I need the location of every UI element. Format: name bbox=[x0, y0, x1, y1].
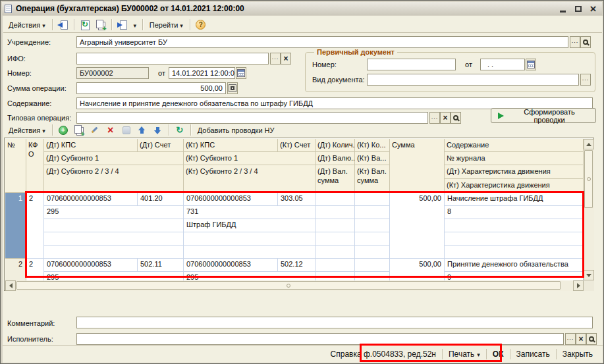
vertical-scrollbar[interactable] bbox=[584, 139, 594, 280]
cell-kt-currency[interactable] bbox=[355, 272, 390, 280]
post-document-button[interactable] bbox=[115, 18, 130, 32]
close-button[interactable] bbox=[587, 3, 599, 14]
close-form-button[interactable]: Закрыть bbox=[558, 348, 597, 360]
add-nu-postings-button[interactable]: Добавить проводки НУ bbox=[194, 125, 278, 136]
scroll-left-button[interactable] bbox=[5, 280, 16, 291]
cell-kt-currency[interactable] bbox=[355, 206, 390, 219]
cell-kt-kps[interactable]: 0706000000000853 bbox=[184, 193, 278, 206]
cell-journal[interactable]: 8 bbox=[445, 206, 584, 219]
cell-kfo[interactable]: 2 bbox=[26, 193, 44, 259]
primary-doc-calendar-button[interactable] bbox=[526, 59, 536, 70]
grid-cell[interactable] bbox=[355, 219, 390, 232]
cell-kt-subconto2[interactable]: Штраф ГИБДД bbox=[184, 219, 316, 232]
cell-dt-quantity[interactable] bbox=[316, 259, 355, 272]
cell-summa[interactable]: 500,00 bbox=[390, 259, 445, 280]
cell-dt-subconto2[interactable] bbox=[44, 219, 184, 232]
cell-dt-quantity[interactable] bbox=[316, 193, 355, 206]
save-and-close-button[interactable] bbox=[56, 18, 70, 32]
move-up-button[interactable] bbox=[135, 124, 150, 137]
institution-open-button[interactable] bbox=[580, 36, 591, 48]
report-f0504833-button[interactable]: Справка ф.0504833, ред.52н bbox=[326, 348, 441, 360]
typical-operation-field[interactable] bbox=[76, 112, 428, 124]
row-selector[interactable]: 2 bbox=[5, 259, 26, 280]
grid-cell[interactable] bbox=[316, 246, 355, 259]
amount-field[interactable]: 500,00 bbox=[76, 82, 226, 94]
generate-postings-button[interactable]: Сформировать проводки bbox=[491, 108, 596, 123]
cell-kt-quantity[interactable] bbox=[355, 193, 390, 206]
cell-kfo[interactable]: 2 bbox=[26, 259, 44, 280]
add-row-button[interactable] bbox=[56, 124, 70, 137]
cell-kt-subconto1[interactable]: 295 bbox=[184, 272, 316, 280]
date-calendar-button[interactable] bbox=[236, 67, 246, 79]
cell-soderzhanie[interactable]: Принятие денежного обязательства bbox=[445, 259, 584, 272]
copy-row-button[interactable] bbox=[72, 124, 86, 137]
amount-calculator-button[interactable] bbox=[227, 82, 238, 94]
typical-clear-button[interactable] bbox=[440, 112, 451, 124]
grid-cell[interactable] bbox=[316, 232, 355, 246]
row-selector[interactable]: 1 bbox=[5, 193, 26, 259]
ifo-select-button[interactable] bbox=[270, 53, 281, 65]
executor-select-button[interactable] bbox=[565, 333, 576, 345]
save-button[interactable]: Записать bbox=[512, 348, 555, 360]
ifo-field[interactable] bbox=[76, 53, 269, 65]
cell-soderzhanie[interactable]: Начисление штрафа ГИБДД bbox=[445, 193, 584, 206]
primary-doc-date-field[interactable]: . . bbox=[480, 59, 525, 70]
executor-field[interactable] bbox=[76, 333, 564, 345]
grid-cell[interactable] bbox=[316, 219, 355, 232]
institution-field[interactable]: Аграрный университет БУ bbox=[76, 36, 568, 48]
grid-cell[interactable] bbox=[445, 232, 584, 246]
cell-dt-schet[interactable]: 502.11 bbox=[138, 259, 184, 272]
cell-kt-kps[interactable]: 0706000000000853 bbox=[184, 259, 278, 272]
scroll-right-button[interactable] bbox=[573, 280, 584, 291]
grid-cell[interactable] bbox=[445, 246, 584, 259]
cell-kt-quantity[interactable] bbox=[355, 259, 390, 272]
cell-dt-subconto1[interactable]: 295 bbox=[44, 206, 184, 219]
typical-select-button[interactable] bbox=[429, 112, 440, 124]
cell-journal[interactable]: 9 bbox=[445, 272, 584, 280]
cell-kt-schet[interactable]: 303.05 bbox=[278, 193, 316, 206]
cell-dt-currency[interactable] bbox=[316, 206, 355, 219]
grid-cell[interactable] bbox=[184, 246, 316, 259]
comment-field[interactable] bbox=[76, 317, 593, 328]
primary-doc-number-field[interactable] bbox=[367, 59, 456, 70]
grid-cell[interactable] bbox=[355, 232, 390, 246]
help-button[interactable] bbox=[194, 18, 208, 32]
executor-clear-button[interactable] bbox=[576, 333, 586, 345]
copy-button[interactable] bbox=[94, 18, 108, 32]
grid-cell[interactable] bbox=[44, 246, 184, 259]
grid-cell[interactable] bbox=[44, 232, 184, 246]
cell-dt-kps[interactable]: 0706000000000853 bbox=[44, 193, 138, 206]
number-field[interactable]: БУ000002 bbox=[76, 67, 149, 79]
scroll-up-button[interactable] bbox=[584, 139, 594, 149]
typical-open-button[interactable] bbox=[451, 112, 461, 124]
actions-menu-button[interactable]: Действия bbox=[5, 20, 49, 30]
horizontal-scrollbar[interactable] bbox=[5, 280, 584, 291]
refresh-button[interactable] bbox=[173, 124, 187, 137]
grid-cell[interactable] bbox=[445, 219, 584, 232]
print-button[interactable]: Печать bbox=[444, 348, 485, 360]
goto-menu-button[interactable]: Перейти bbox=[146, 20, 186, 30]
maximize-button[interactable] bbox=[572, 3, 584, 14]
ifo-clear-button[interactable] bbox=[281, 53, 291, 65]
cell-kt-subconto1[interactable]: 731 bbox=[184, 206, 316, 219]
reread-button[interactable] bbox=[78, 18, 92, 32]
vertical-scroll-thumb[interactable] bbox=[584, 150, 593, 208]
grid-cell[interactable] bbox=[355, 246, 390, 259]
grid-cell[interactable] bbox=[184, 232, 316, 246]
cell-dt-currency[interactable] bbox=[316, 272, 355, 280]
cell-kt-schet[interactable]: 502.12 bbox=[278, 259, 316, 272]
delete-row-button[interactable] bbox=[103, 124, 118, 137]
cell-dt-schet[interactable]: 401.20 bbox=[138, 193, 184, 206]
executor-open-button[interactable] bbox=[586, 333, 597, 345]
edit-row-button[interactable] bbox=[88, 124, 102, 137]
doc-type-select-button[interactable] bbox=[580, 74, 591, 86]
minimize-button[interactable] bbox=[557, 3, 569, 14]
post-options-button[interactable] bbox=[131, 18, 139, 32]
title-bar[interactable]: Операция (бухгалтерская) БУ000002 от 14.… bbox=[2, 2, 602, 15]
cell-summa[interactable]: 500,00 bbox=[390, 193, 445, 259]
ok-button[interactable]: ОК bbox=[488, 348, 508, 360]
cell-dt-subconto1[interactable]: 295 bbox=[44, 272, 184, 280]
cell-dt-kps[interactable]: 0706000000000853 bbox=[44, 259, 138, 272]
scroll-down-button[interactable] bbox=[584, 270, 594, 280]
horizontal-scroll-thumb[interactable] bbox=[16, 281, 561, 290]
